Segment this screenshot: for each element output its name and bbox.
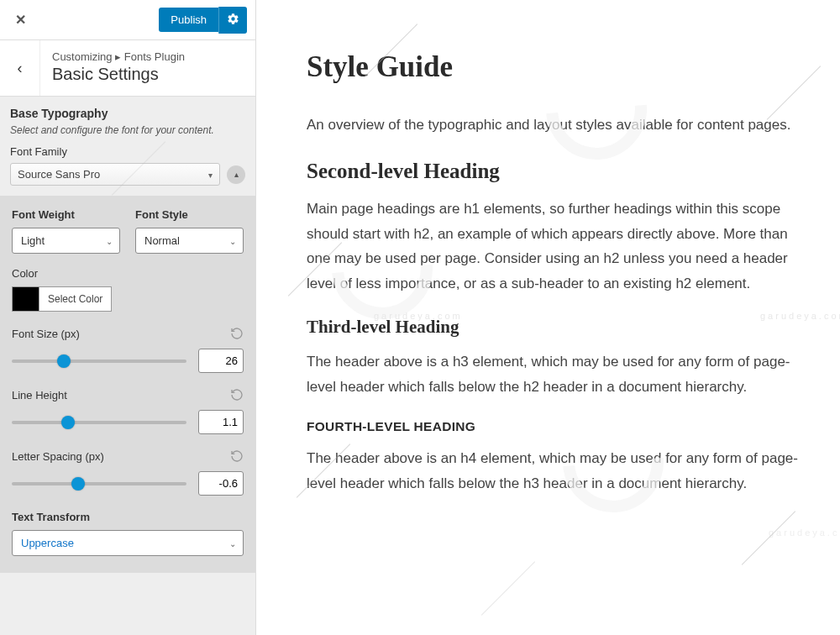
reset-font-size[interactable] [230,327,244,340]
font-size-label: Font Size (px) [12,328,80,340]
font-size-control: Font Size (px) [12,327,244,373]
slider-thumb[interactable] [71,477,85,491]
publish-group: Publish [159,7,247,34]
color-label: Color [12,267,244,280]
font-weight-label: Font Weight [12,208,120,221]
panel-heading: Customizing ▸ Fonts Plugin Basic Setting… [40,40,197,96]
font-style-select[interactable]: Normal ⌄ [135,228,244,254]
section-description: Select and configure the font for your c… [10,123,245,137]
watermark-text: garudeya.com [769,527,840,538]
breadcrumb: Customizing ▸ Fonts Plugin [52,50,185,63]
font-size-slider[interactable] [12,359,186,363]
text-transform-label: Text Transform [12,511,244,523]
reset-icon [230,453,244,465]
customizer-panel: ✕ Publish ‹ Customizing ▸ Fonts Plugin B… [0,0,256,635]
chevron-down-icon: ⌄ [229,236,236,245]
panel-top-bar: ✕ Publish [0,0,255,40]
preview-h3: Third-level Heading [307,317,808,338]
page-title: Basic Settings [52,65,185,84]
chevron-up-icon: ▴ [234,170,239,179]
chevron-down-icon: ▾ [208,170,213,179]
font-size-input[interactable] [198,349,244,373]
line-height-control: Line Height [12,388,244,434]
close-icon[interactable]: ✕ [8,8,32,32]
publish-settings-button[interactable] [218,7,247,34]
line-height-label: Line Height [12,389,67,401]
preview-p2: Main page headings are h1 elements, so f… [307,197,808,297]
select-color-button[interactable]: Select Color [39,286,112,312]
preview-h1: Style Guide [307,50,808,84]
letter-spacing-input[interactable] [198,471,244,496]
slider-thumb[interactable] [61,416,75,429]
letter-spacing-slider[interactable] [12,482,186,485]
slider-thumb[interactable] [57,354,71,368]
panel-header: ‹ Customizing ▸ Fonts Plugin Basic Setti… [0,40,255,97]
text-transform-value: Uppercase [21,537,74,549]
reset-line-height[interactable] [230,388,244,401]
letter-spacing-label: Letter Spacing (px) [12,450,104,463]
text-transform-select[interactable]: Uppercase ⌄ [12,530,244,556]
font-weight-value: Light [21,234,45,247]
font-weight-select[interactable]: Light ⌄ [12,228,120,254]
font-family-select[interactable]: Source Sans Pro ▾ [10,163,220,186]
back-button[interactable]: ‹ [0,40,40,96]
publish-button[interactable]: Publish [159,8,218,32]
font-style-label: Font Style [135,208,244,221]
chevron-down-icon: ⌄ [229,538,236,548]
typography-controls: Font Weight Light ⌄ Font Style Normal ⌄ … [0,196,255,573]
reset-icon [230,330,244,343]
collapse-toggle[interactable]: ▴ [227,165,245,184]
chevron-left-icon: ‹ [18,60,23,77]
preview-intro: An overview of the typographic and layou… [307,113,808,138]
section-heading: Base Typography [10,107,245,120]
base-typography-section: Base Typography Select and configure the… [0,97,255,196]
reset-icon [230,391,244,404]
font-family-value: Source Sans Pro [18,168,100,181]
gear-icon [227,13,239,28]
color-swatch[interactable] [12,286,39,312]
preview-h2: Second-level Heading [307,160,808,183]
preview-pane: garudeya.com garudeya.com garudeya.com S… [256,0,840,635]
preview-p3: The header above is a h3 element, which … [307,349,808,400]
preview-h4: Fourth-level Heading [307,419,808,434]
preview-p4: The header above is an h4 element, which… [307,446,808,496]
reset-letter-spacing[interactable] [230,449,244,463]
line-height-slider[interactable] [12,421,186,424]
line-height-input[interactable] [198,410,244,434]
font-family-label: Font Family [10,145,245,158]
letter-spacing-control: Letter Spacing (px) [12,449,244,496]
font-style-value: Normal [144,234,180,247]
chevron-down-icon: ⌄ [106,236,113,245]
